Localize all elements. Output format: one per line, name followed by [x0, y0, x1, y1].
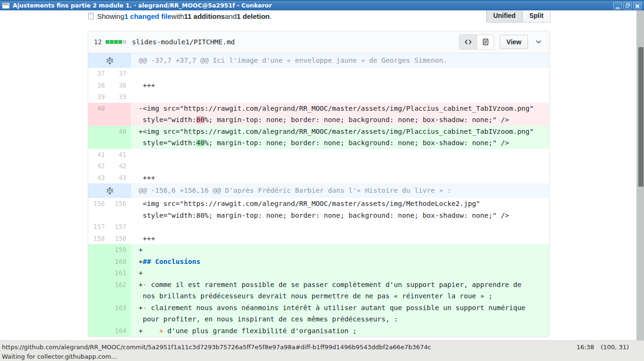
- diffstat-block-added: [118, 40, 122, 44]
- line-number-new[interactable]: 160: [110, 256, 132, 268]
- line-number-gutter: 3737: [88, 68, 131, 80]
- diff-line-row: 158158 +++: [88, 233, 549, 245]
- current-url: https://github.com/alegrand/RR_MOOC/comm…: [2, 344, 431, 351]
- source-diff-button[interactable]: [460, 35, 477, 49]
- diff-line-row: 3838 +++: [88, 80, 549, 91]
- line-number-new[interactable]: 37: [110, 68, 132, 80]
- diff-line-row: 40-<img src="https://rawgit.com/alegrand…: [88, 103, 549, 126]
- deletions-count: 1 deletion: [237, 12, 270, 20]
- diffstat-block-added: [114, 40, 118, 44]
- diff-line-row: 156156 <img src="https://rawgit.com/aleg…: [88, 198, 549, 221]
- diff-line-row: 3737: [88, 68, 549, 80]
- line-number-new[interactable]: 158: [110, 233, 132, 245]
- code-line: +: [131, 267, 549, 279]
- line-number-new[interactable]: 156: [110, 198, 132, 221]
- close-icon: [635, 3, 640, 9]
- split-button[interactable]: Split: [523, 10, 551, 23]
- line-number-gutter: 156156: [88, 198, 131, 221]
- code-line: +- clairement nous avons néanmoins intér…: [131, 302, 549, 325]
- line-number-new[interactable]: 42: [110, 160, 132, 172]
- line-number-new[interactable]: [110, 103, 132, 126]
- line-number-gutter: 3838: [88, 80, 131, 91]
- unified-button[interactable]: Unified: [486, 10, 522, 23]
- diff-hunk-row: @@ -37,7 +37,7 @@ Ici l'image d'une « en…: [88, 53, 549, 68]
- diff-table-body: @@ -37,7 +37,7 @@ Ici l'image d'une « en…: [88, 53, 549, 336]
- line-number-gutter: 40: [88, 103, 131, 126]
- line-number-old[interactable]: 39: [88, 91, 110, 103]
- with-text: with: [172, 12, 184, 20]
- diffstat-blocks: [106, 40, 126, 44]
- file-diff-icon: [88, 12, 94, 20]
- vertical-scrollbar[interactable]: [636, 10, 644, 340]
- diffstat-block-neutral: [123, 40, 126, 44]
- line-number-old[interactable]: [88, 126, 110, 149]
- document-icon: [483, 39, 488, 45]
- line-number-old[interactable]: [88, 325, 110, 337]
- window-icon: [2, 3, 9, 8]
- line-number-new[interactable]: 39: [110, 91, 132, 103]
- line-number-old[interactable]: 157: [88, 221, 110, 233]
- line-number-new[interactable]: 162: [110, 279, 132, 302]
- code-line: +<img src="https://rawgit.com/alegrand/R…: [131, 126, 549, 149]
- line-number-new[interactable]: 161: [110, 267, 132, 279]
- line-number-old[interactable]: 43: [88, 172, 110, 184]
- diff-line-row: 161+: [88, 267, 549, 279]
- line-number-new[interactable]: 164: [110, 325, 132, 337]
- line-number-gutter: 160: [88, 256, 131, 268]
- rich-diff-button[interactable]: [477, 35, 494, 49]
- line-number-old[interactable]: [88, 256, 110, 268]
- diff-line-row: 164+ + d'une plus grande flexibilité d'o…: [88, 325, 549, 337]
- line-number-new[interactable]: 43: [110, 172, 132, 184]
- line-number-gutter: 4141: [88, 149, 131, 161]
- showing-prefix: Showing: [97, 12, 124, 20]
- line-number-old[interactable]: [88, 244, 110, 256]
- line-number-old[interactable]: 42: [88, 160, 110, 172]
- diff-hunk-row: @@ -156,6 +156,16 @@ D'après Frédéric Ba…: [88, 183, 549, 198]
- line-number-new[interactable]: 38: [110, 80, 132, 91]
- scrollbar-thumb[interactable]: [638, 47, 644, 187]
- code-line: [131, 160, 549, 172]
- clock: 16:38: [577, 344, 594, 351]
- diff-line-row: 157157: [88, 221, 549, 233]
- code-line: +++: [131, 233, 549, 245]
- line-number-old[interactable]: 158: [88, 233, 110, 245]
- code-line: +## Conclusions: [131, 256, 549, 268]
- unfold-icon: [107, 57, 113, 65]
- close-button[interactable]: [633, 2, 642, 9]
- line-number-new[interactable]: 41: [110, 149, 132, 161]
- view-button[interactable]: View: [500, 35, 528, 49]
- line-number-new[interactable]: 159: [110, 244, 132, 256]
- code-line: [131, 149, 549, 161]
- changed-files-summary: Showing 1 changed file with 11 additions…: [88, 11, 636, 21]
- code-line: [131, 68, 549, 80]
- line-number-old[interactable]: [88, 267, 110, 279]
- diff-line-row: 162+- comme il est rarement possible de …: [88, 279, 549, 302]
- minimize-button[interactable]: [613, 2, 622, 9]
- line-number-old[interactable]: [88, 279, 110, 302]
- expand-hunk-button[interactable]: [88, 53, 131, 68]
- diff-line-row: 4343 +++: [88, 172, 549, 184]
- code-line: +- comme il est rarement possible de se …: [131, 279, 549, 302]
- line-number-gutter: 158158: [88, 233, 131, 245]
- and-text: and: [225, 12, 237, 20]
- diff-line-row: 4141: [88, 149, 549, 161]
- line-number-old[interactable]: 41: [88, 149, 110, 161]
- file-name: slides-module1/PITCHME.md: [132, 38, 235, 46]
- line-number-gutter: 159: [88, 244, 131, 256]
- diff-line-row: 4242: [88, 160, 549, 172]
- changed-file-link[interactable]: 1 changed file: [124, 12, 172, 20]
- line-number-gutter: 3939: [88, 91, 131, 103]
- line-number-old[interactable]: 40: [88, 103, 110, 126]
- line-number-new[interactable]: 157: [110, 221, 132, 233]
- restore-button[interactable]: [623, 2, 632, 9]
- line-number-new[interactable]: 40: [110, 126, 132, 149]
- diff-line-row: 163+- clairement nous avons néanmoins in…: [88, 302, 549, 325]
- line-number-old[interactable]: 38: [88, 80, 110, 91]
- line-number-new[interactable]: 163: [110, 302, 132, 325]
- line-number-old[interactable]: [88, 302, 110, 325]
- code-line: +++: [131, 80, 549, 91]
- line-number-old[interactable]: 37: [88, 68, 110, 80]
- expand-hunk-button[interactable]: [88, 183, 131, 198]
- file-menu-button[interactable]: [536, 40, 542, 44]
- line-number-old[interactable]: 156: [88, 198, 110, 221]
